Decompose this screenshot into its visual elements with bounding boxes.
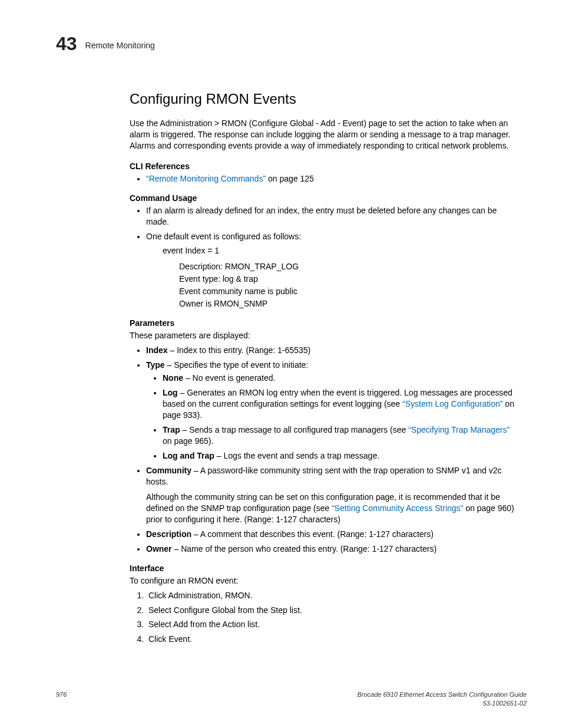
doc-number: 53-1002651-02 — [482, 700, 527, 707]
default-event-block: event Index = 1 Description: RMON_TRAP_L… — [163, 245, 515, 309]
interface-step: Select Configure Global from the Step li… — [146, 605, 515, 616]
chapter-number: 43 — [56, 34, 77, 53]
event-desc-line: Owner is RMON_SNMP — [179, 298, 515, 309]
param-text: – Specifies the type of event to initiat… — [165, 360, 309, 370]
param-type: Type – Specifies the type of event to in… — [146, 360, 515, 462]
cli-reference-suffix: on page 125 — [266, 174, 314, 183]
param-label: None — [163, 373, 183, 383]
param-label: Type — [146, 360, 165, 370]
section-title: Remote Monitoring — [85, 40, 155, 51]
intro-paragraph: Use the Administration > RMON (Configure… — [130, 118, 515, 151]
event-desc-line: Description: RMON_TRAP_LOG — [179, 261, 515, 272]
param-label: Log — [163, 388, 178, 397]
cli-references-heading: CLI References — [130, 161, 515, 172]
community-strings-link[interactable]: “Setting Community Access Strings” — [332, 503, 463, 513]
param-text: – Name of the person who created this en… — [172, 544, 437, 554]
param-text: – Sends a trap message to all configured… — [180, 425, 409, 434]
page-header: 43 Remote Monitoring — [56, 34, 527, 53]
param-index: Index – Index to this entry. (Range: 1-6… — [146, 345, 515, 356]
remote-monitoring-link[interactable]: “Remote Monitoring Commands” — [146, 174, 266, 183]
param-label: Owner — [146, 544, 172, 554]
interface-heading: Interface — [130, 563, 515, 574]
param-description: Description – A comment that describes t… — [146, 529, 515, 540]
parameters-intro: These parameters are displayed: — [130, 330, 515, 341]
param-text: – A comment that describes this event. (… — [191, 529, 434, 539]
param-text: on page 965). — [163, 436, 213, 446]
command-usage-heading: Command Usage — [130, 193, 515, 204]
param-text: – Logs the event and sends a trap messag… — [214, 451, 379, 460]
param-label: Description — [146, 529, 191, 539]
content-body: Configuring RMON Events Use the Administ… — [130, 90, 515, 645]
event-desc-line: Event type: log & trap — [179, 274, 515, 285]
event-desc-line: Event community name is public — [179, 286, 515, 297]
interface-step: Select Add from the Action list. — [146, 619, 515, 630]
usage-item-text: One default event is configured as follo… — [146, 232, 301, 241]
usage-item: If an alarm is already defined for an in… — [146, 205, 515, 228]
param-label: Log and Trap — [163, 451, 214, 460]
page-footer: 976 Brocade 6910 Ethernet Access Switch … — [56, 690, 527, 708]
system-log-link[interactable]: “System Log Configuration” — [402, 399, 503, 409]
interface-step: Click Event. — [146, 634, 515, 645]
topic-title: Configuring RMON Events — [130, 90, 515, 108]
parameters-heading: Parameters — [130, 318, 515, 329]
param-owner: Owner – Name of the person who created t… — [146, 543, 515, 555]
param-text: – No event is generated. — [183, 373, 275, 383]
event-index-line: event Index = 1 — [163, 245, 515, 256]
interface-intro: To configure an RMON event: — [130, 575, 515, 587]
param-label: Trap — [163, 425, 180, 434]
usage-item: One default event is configured as follo… — [146, 231, 515, 309]
doc-info: Brocade 6910 Ethernet Access Switch Conf… — [357, 690, 527, 708]
param-trap: Trap – Sends a trap message to all confi… — [163, 424, 515, 447]
param-logtrap: Log and Trap – Logs the event and sends … — [163, 450, 515, 462]
doc-title: Brocade 6910 Ethernet Access Switch Conf… — [357, 691, 527, 698]
param-none: None – No event is generated. — [163, 373, 515, 384]
interface-step: Click Administration, RMON. — [146, 590, 515, 601]
trap-managers-link[interactable]: “Specifying Trap Managers” — [408, 425, 510, 434]
param-text: – A password-like community string sent … — [146, 466, 502, 486]
param-label: Community — [146, 466, 191, 475]
param-log: Log – Generates an RMON log entry when t… — [163, 387, 515, 421]
param-text: – Index to this entry. (Range: 1-65535) — [168, 345, 311, 355]
param-label: Index — [146, 345, 168, 355]
page-number: 976 — [56, 690, 67, 708]
cli-reference-item: “Remote Monitoring Commands” on page 125 — [146, 173, 515, 185]
param-community: Community – A password-like community st… — [146, 465, 515, 525]
